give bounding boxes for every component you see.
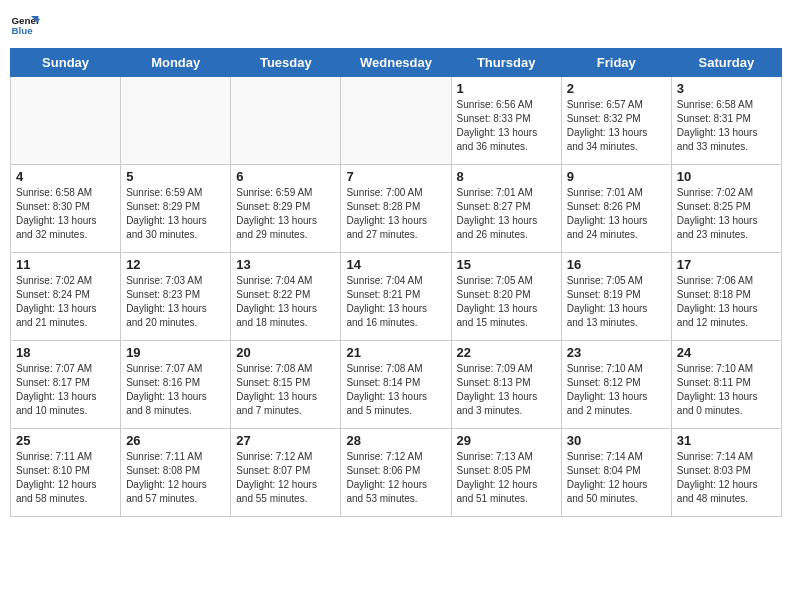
day-info: Sunrise: 7:07 AMSunset: 8:17 PMDaylight:… xyxy=(16,362,115,418)
calendar-week-3: 11Sunrise: 7:02 AMSunset: 8:24 PMDayligh… xyxy=(11,253,782,341)
day-info: Sunrise: 6:59 AMSunset: 8:29 PMDaylight:… xyxy=(126,186,225,242)
day-number: 26 xyxy=(126,433,225,448)
day-info: Sunrise: 7:05 AMSunset: 8:19 PMDaylight:… xyxy=(567,274,666,330)
day-info: Sunrise: 7:01 AMSunset: 8:27 PMDaylight:… xyxy=(457,186,556,242)
calendar-cell: 3Sunrise: 6:58 AMSunset: 8:31 PMDaylight… xyxy=(671,77,781,165)
day-info: Sunrise: 7:07 AMSunset: 8:16 PMDaylight:… xyxy=(126,362,225,418)
day-number: 14 xyxy=(346,257,445,272)
calendar-cell: 16Sunrise: 7:05 AMSunset: 8:19 PMDayligh… xyxy=(561,253,671,341)
day-info: Sunrise: 7:13 AMSunset: 8:05 PMDaylight:… xyxy=(457,450,556,506)
calendar-cell: 23Sunrise: 7:10 AMSunset: 8:12 PMDayligh… xyxy=(561,341,671,429)
day-header-sunday: Sunday xyxy=(11,49,121,77)
day-info: Sunrise: 7:04 AMSunset: 8:21 PMDaylight:… xyxy=(346,274,445,330)
calendar-cell: 8Sunrise: 7:01 AMSunset: 8:27 PMDaylight… xyxy=(451,165,561,253)
day-number: 29 xyxy=(457,433,556,448)
day-number: 12 xyxy=(126,257,225,272)
calendar-cell: 30Sunrise: 7:14 AMSunset: 8:04 PMDayligh… xyxy=(561,429,671,517)
day-number: 23 xyxy=(567,345,666,360)
logo: General Blue xyxy=(10,10,40,40)
calendar-cell: 13Sunrise: 7:04 AMSunset: 8:22 PMDayligh… xyxy=(231,253,341,341)
day-number: 11 xyxy=(16,257,115,272)
day-info: Sunrise: 6:57 AMSunset: 8:32 PMDaylight:… xyxy=(567,98,666,154)
day-number: 6 xyxy=(236,169,335,184)
calendar-cell: 6Sunrise: 6:59 AMSunset: 8:29 PMDaylight… xyxy=(231,165,341,253)
day-info: Sunrise: 7:02 AMSunset: 8:25 PMDaylight:… xyxy=(677,186,776,242)
calendar-cell: 19Sunrise: 7:07 AMSunset: 8:16 PMDayligh… xyxy=(121,341,231,429)
calendar-cell: 12Sunrise: 7:03 AMSunset: 8:23 PMDayligh… xyxy=(121,253,231,341)
calendar-cell xyxy=(231,77,341,165)
day-info: Sunrise: 7:04 AMSunset: 8:22 PMDaylight:… xyxy=(236,274,335,330)
day-info: Sunrise: 6:56 AMSunset: 8:33 PMDaylight:… xyxy=(457,98,556,154)
day-info: Sunrise: 7:08 AMSunset: 8:14 PMDaylight:… xyxy=(346,362,445,418)
day-info: Sunrise: 7:05 AMSunset: 8:20 PMDaylight:… xyxy=(457,274,556,330)
page-header: General Blue xyxy=(10,10,782,40)
calendar-cell xyxy=(341,77,451,165)
day-info: Sunrise: 7:11 AMSunset: 8:08 PMDaylight:… xyxy=(126,450,225,506)
day-number: 31 xyxy=(677,433,776,448)
day-number: 17 xyxy=(677,257,776,272)
calendar-cell: 20Sunrise: 7:08 AMSunset: 8:15 PMDayligh… xyxy=(231,341,341,429)
calendar-cell: 9Sunrise: 7:01 AMSunset: 8:26 PMDaylight… xyxy=(561,165,671,253)
calendar-week-5: 25Sunrise: 7:11 AMSunset: 8:10 PMDayligh… xyxy=(11,429,782,517)
calendar-table: SundayMondayTuesdayWednesdayThursdayFrid… xyxy=(10,48,782,517)
calendar-cell: 10Sunrise: 7:02 AMSunset: 8:25 PMDayligh… xyxy=(671,165,781,253)
calendar-cell: 15Sunrise: 7:05 AMSunset: 8:20 PMDayligh… xyxy=(451,253,561,341)
day-number: 9 xyxy=(567,169,666,184)
calendar-cell: 17Sunrise: 7:06 AMSunset: 8:18 PMDayligh… xyxy=(671,253,781,341)
day-info: Sunrise: 7:08 AMSunset: 8:15 PMDaylight:… xyxy=(236,362,335,418)
day-info: Sunrise: 7:09 AMSunset: 8:13 PMDaylight:… xyxy=(457,362,556,418)
calendar-week-1: 1Sunrise: 6:56 AMSunset: 8:33 PMDaylight… xyxy=(11,77,782,165)
day-number: 7 xyxy=(346,169,445,184)
day-number: 16 xyxy=(567,257,666,272)
svg-text:Blue: Blue xyxy=(12,25,34,36)
calendar-cell: 27Sunrise: 7:12 AMSunset: 8:07 PMDayligh… xyxy=(231,429,341,517)
calendar-cell: 5Sunrise: 6:59 AMSunset: 8:29 PMDaylight… xyxy=(121,165,231,253)
day-info: Sunrise: 7:11 AMSunset: 8:10 PMDaylight:… xyxy=(16,450,115,506)
day-info: Sunrise: 7:10 AMSunset: 8:11 PMDaylight:… xyxy=(677,362,776,418)
day-info: Sunrise: 7:14 AMSunset: 8:04 PMDaylight:… xyxy=(567,450,666,506)
day-number: 30 xyxy=(567,433,666,448)
day-header-thursday: Thursday xyxy=(451,49,561,77)
day-info: Sunrise: 7:03 AMSunset: 8:23 PMDaylight:… xyxy=(126,274,225,330)
day-number: 25 xyxy=(16,433,115,448)
day-number: 5 xyxy=(126,169,225,184)
day-info: Sunrise: 7:02 AMSunset: 8:24 PMDaylight:… xyxy=(16,274,115,330)
day-number: 28 xyxy=(346,433,445,448)
day-number: 21 xyxy=(346,345,445,360)
day-number: 19 xyxy=(126,345,225,360)
calendar-cell: 31Sunrise: 7:14 AMSunset: 8:03 PMDayligh… xyxy=(671,429,781,517)
calendar-cell: 26Sunrise: 7:11 AMSunset: 8:08 PMDayligh… xyxy=(121,429,231,517)
calendar-week-2: 4Sunrise: 6:58 AMSunset: 8:30 PMDaylight… xyxy=(11,165,782,253)
calendar-week-4: 18Sunrise: 7:07 AMSunset: 8:17 PMDayligh… xyxy=(11,341,782,429)
day-header-saturday: Saturday xyxy=(671,49,781,77)
day-number: 22 xyxy=(457,345,556,360)
day-info: Sunrise: 7:01 AMSunset: 8:26 PMDaylight:… xyxy=(567,186,666,242)
calendar-cell xyxy=(121,77,231,165)
day-info: Sunrise: 7:12 AMSunset: 8:06 PMDaylight:… xyxy=(346,450,445,506)
day-info: Sunrise: 7:12 AMSunset: 8:07 PMDaylight:… xyxy=(236,450,335,506)
day-number: 13 xyxy=(236,257,335,272)
day-number: 10 xyxy=(677,169,776,184)
calendar-cell: 2Sunrise: 6:57 AMSunset: 8:32 PMDaylight… xyxy=(561,77,671,165)
calendar-cell: 28Sunrise: 7:12 AMSunset: 8:06 PMDayligh… xyxy=(341,429,451,517)
day-info: Sunrise: 6:58 AMSunset: 8:31 PMDaylight:… xyxy=(677,98,776,154)
day-info: Sunrise: 7:06 AMSunset: 8:18 PMDaylight:… xyxy=(677,274,776,330)
calendar-cell: 18Sunrise: 7:07 AMSunset: 8:17 PMDayligh… xyxy=(11,341,121,429)
day-number: 27 xyxy=(236,433,335,448)
day-number: 2 xyxy=(567,81,666,96)
day-info: Sunrise: 6:59 AMSunset: 8:29 PMDaylight:… xyxy=(236,186,335,242)
day-number: 15 xyxy=(457,257,556,272)
day-info: Sunrise: 7:00 AMSunset: 8:28 PMDaylight:… xyxy=(346,186,445,242)
calendar-cell: 25Sunrise: 7:11 AMSunset: 8:10 PMDayligh… xyxy=(11,429,121,517)
day-number: 3 xyxy=(677,81,776,96)
calendar-cell: 1Sunrise: 6:56 AMSunset: 8:33 PMDaylight… xyxy=(451,77,561,165)
day-header-tuesday: Tuesday xyxy=(231,49,341,77)
calendar-cell: 14Sunrise: 7:04 AMSunset: 8:21 PMDayligh… xyxy=(341,253,451,341)
day-info: Sunrise: 6:58 AMSunset: 8:30 PMDaylight:… xyxy=(16,186,115,242)
calendar-cell xyxy=(11,77,121,165)
day-header-wednesday: Wednesday xyxy=(341,49,451,77)
day-number: 18 xyxy=(16,345,115,360)
calendar-cell: 7Sunrise: 7:00 AMSunset: 8:28 PMDaylight… xyxy=(341,165,451,253)
calendar-cell: 21Sunrise: 7:08 AMSunset: 8:14 PMDayligh… xyxy=(341,341,451,429)
calendar-cell: 11Sunrise: 7:02 AMSunset: 8:24 PMDayligh… xyxy=(11,253,121,341)
